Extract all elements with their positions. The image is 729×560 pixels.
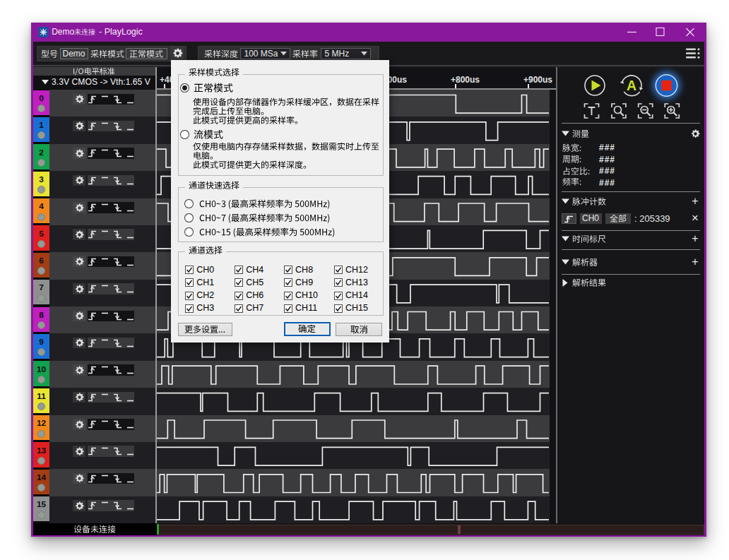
svg-text:A: A xyxy=(627,78,636,93)
